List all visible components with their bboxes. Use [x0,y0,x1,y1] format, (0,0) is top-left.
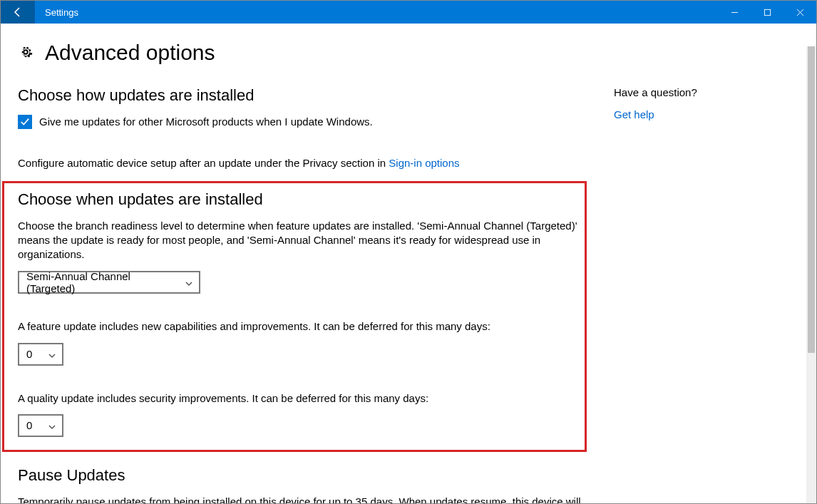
dropdown-value: 0 [26,348,32,360]
pause-updates-heading: Pause Updates [18,466,582,485]
branch-readiness-desc: Choose the branch readiness level to det… [18,219,581,262]
pause-updates-desc: Temporarily pause updates from being ins… [18,495,582,504]
main-content: Advanced options Choose how updates are … [1,24,600,503]
minimize-button[interactable] [718,1,751,24]
chevron-down-icon [185,278,193,287]
close-button[interactable] [783,1,816,24]
window-controls [718,1,816,24]
signin-options-link[interactable]: Sign-in options [389,157,459,169]
chevron-down-icon [48,350,56,359]
checkbox-label: Give me updates for other Microsoft prod… [39,115,373,129]
scrollbar-thumb[interactable] [808,46,815,353]
dropdown-value: 0 [26,419,32,431]
page-title: Advanced options [45,41,215,65]
branch-readiness-dropdown[interactable]: Semi-Annual Channel (Targeted) [18,271,200,294]
titlebar: Settings [1,1,816,24]
quality-defer-dropdown[interactable]: 0 [18,414,63,437]
quality-defer-desc: A quality update includes security impro… [18,391,581,406]
page-header: Advanced options [18,41,582,65]
back-button[interactable] [1,1,35,24]
configure-setup-text: Configure automatic device setup after a… [18,156,582,170]
maximize-button[interactable] [751,1,783,24]
feature-defer-desc: A feature update includes new capabiliti… [18,319,581,334]
svg-rect-1 [764,9,770,15]
feature-defer-dropdown[interactable]: 0 [18,343,63,366]
scrollbar[interactable] [806,46,816,503]
highlighted-section: Choose when updates are installed Choose… [2,181,587,452]
chevron-down-icon [48,421,56,430]
app-title: Settings [35,7,718,18]
have-question-label: Have a question? [614,86,799,98]
gear-icon [18,44,34,62]
other-products-checkbox-row[interactable]: Give me updates for other Microsoft prod… [18,115,582,129]
dropdown-value: Semi-Annual Channel (Targeted) [26,270,178,294]
checkbox-checked-icon[interactable] [18,115,32,129]
section-when-heading: Choose when updates are installed [18,190,582,209]
section-how-heading: Choose how updates are installed [18,86,582,105]
sidebar: Have a question? Get help [600,24,799,503]
get-help-link[interactable]: Get help [614,108,799,120]
